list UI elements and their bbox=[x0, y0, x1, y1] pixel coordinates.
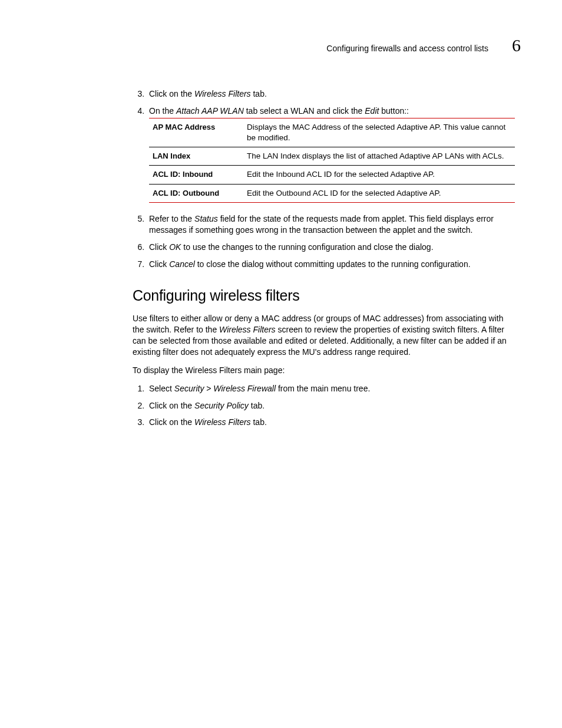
step-text: from the main menu tree. bbox=[276, 384, 370, 393]
table-row: LAN Index The LAN Index displays the lis… bbox=[149, 147, 515, 166]
step-text: Select bbox=[149, 384, 174, 393]
table-row: ACL ID: Outbound Edit the Outbound ACL I… bbox=[149, 184, 515, 202]
step-list-a: Click on the Wireless Filters tab. On th… bbox=[133, 88, 515, 203]
step-text: Click on the bbox=[149, 89, 194, 98]
emphasis: Security bbox=[174, 384, 204, 393]
step-text: button:: bbox=[379, 106, 409, 116]
list-item: On the Attach AAP WLAN tab select a WLAN… bbox=[147, 106, 515, 203]
table-row: ACL ID: Inbound Edit the Inbound ACL ID … bbox=[149, 166, 515, 184]
row-label: ACL ID: Inbound bbox=[149, 166, 247, 184]
list-item: Click on the Security Policy tab. bbox=[147, 400, 515, 411]
step-text: to close the dialog without committing u… bbox=[195, 259, 471, 269]
step-text: to use the changes to the running config… bbox=[181, 242, 433, 252]
list-item: Select Security > Wireless Firewall from… bbox=[147, 383, 515, 394]
emphasis: Edit bbox=[365, 106, 379, 116]
row-desc: Edit the Outbound ACL ID for the selecte… bbox=[247, 184, 515, 202]
list-item: Click on the Wireless Filters tab. bbox=[147, 417, 515, 428]
row-label: ACL ID: Outbound bbox=[149, 184, 247, 202]
emphasis: Wireless Filters bbox=[219, 325, 276, 334]
emphasis: Wireless Filters bbox=[194, 89, 251, 98]
row-desc: Edit the Inbound ACL ID for the selected… bbox=[247, 166, 515, 184]
document-page: Configuring firewalls and access control… bbox=[0, 0, 562, 728]
step-text: Click bbox=[149, 242, 169, 252]
list-item: Click Cancel to close the dialog without… bbox=[147, 259, 515, 270]
emphasis: Security Policy bbox=[194, 401, 249, 410]
emphasis: OK bbox=[169, 242, 181, 252]
step-list-b: Refer to the Status field for the state … bbox=[133, 213, 515, 270]
emphasis: Attach AAP WLAN bbox=[176, 106, 244, 116]
definition-table: AP MAC Address Displays the MAC Address … bbox=[149, 118, 515, 203]
list-item: Refer to the Status field for the state … bbox=[147, 213, 515, 236]
step-text: tab select a WLAN and click the bbox=[244, 106, 365, 116]
list-item: Click on the Wireless Filters tab. bbox=[147, 88, 515, 100]
paragraph: To display the Wireless Filters main pag… bbox=[133, 365, 515, 376]
step-text: Refer to the bbox=[149, 214, 194, 223]
step-text: tab. bbox=[249, 401, 265, 410]
running-header: Configuring firewalls and access control… bbox=[41, 37, 521, 54]
step-text: tab. bbox=[251, 417, 267, 427]
section-heading: Configuring wireless filters bbox=[133, 286, 515, 306]
table-row: AP MAC Address Displays the MAC Address … bbox=[149, 118, 515, 147]
emphasis: Wireless Firewall bbox=[213, 384, 276, 393]
step-text: Click on the bbox=[149, 401, 194, 410]
row-label: LAN Index bbox=[149, 147, 247, 166]
body-content: Click on the Wireless Filters tab. On th… bbox=[133, 88, 515, 428]
row-desc: Displays the MAC Address of the selected… bbox=[247, 118, 515, 147]
header-title: Configuring firewalls and access control… bbox=[326, 44, 488, 53]
emphasis: Wireless Filters bbox=[194, 417, 251, 427]
emphasis: Status bbox=[194, 214, 218, 223]
emphasis: Cancel bbox=[169, 259, 195, 269]
step-list-c: Select Security > Wireless Firewall from… bbox=[133, 383, 515, 429]
step-text: Click bbox=[149, 259, 169, 269]
row-label: AP MAC Address bbox=[149, 118, 247, 147]
step-text: tab. bbox=[251, 89, 267, 98]
step-text: > bbox=[204, 384, 213, 393]
list-item: Click OK to use the changes to the runni… bbox=[147, 242, 515, 253]
step-text: Click on the bbox=[149, 417, 194, 427]
step-text: On the bbox=[149, 106, 176, 116]
chapter-number: 6 bbox=[512, 37, 521, 54]
paragraph: Use filters to either allow or deny a MA… bbox=[133, 313, 515, 358]
row-desc: The LAN Index displays the list of attac… bbox=[247, 147, 515, 166]
